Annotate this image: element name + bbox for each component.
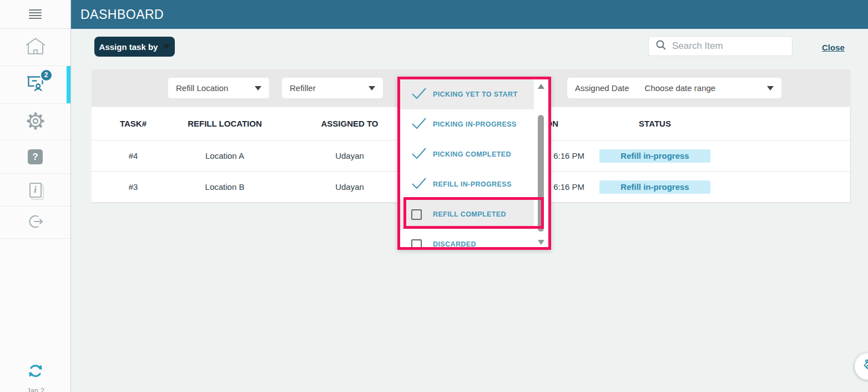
sidebar-item-help[interactable]: ?: [0, 140, 70, 174]
scroll-up-icon[interactable]: [538, 84, 544, 89]
status-option-list: PICKING YET TO START PICKING IN-PROGRESS…: [400, 79, 534, 247]
sidebar-item-settings[interactable]: [0, 104, 70, 140]
info-icon: i: [29, 183, 42, 198]
assigned-date-dropdown[interactable]: Assigned Date Choose date range: [567, 78, 781, 98]
sidebar-item-info[interactable]: i: [0, 174, 70, 207]
sidebar-item-home[interactable]: [0, 29, 70, 66]
refill-location-dropdown[interactable]: Refill Location: [168, 78, 269, 98]
scroll-down-icon[interactable]: [538, 240, 544, 245]
search-icon: [655, 39, 667, 53]
refiller-label: Refiller: [290, 83, 369, 93]
sidebar-item-menu[interactable]: [0, 0, 70, 29]
refill-location-label: Refill Location: [176, 83, 255, 93]
scrollbar-thumb[interactable]: [538, 115, 544, 232]
page-title: DASHBOARD: [80, 7, 164, 22]
status-option-picking-completed[interactable]: PICKING COMPLETED: [400, 139, 534, 169]
checkmark-icon: [411, 177, 427, 192]
checkbox-icon: [411, 239, 422, 248]
task-number-cell: #3: [92, 182, 175, 192]
date-range-placeholder: Choose date range: [645, 83, 751, 93]
refiller-dropdown[interactable]: Refiller: [282, 78, 383, 98]
dashboard-app: 2: [0, 0, 868, 392]
refill-location-cell: Location B: [175, 182, 275, 192]
assigned-date-label: Assigned Date: [575, 83, 629, 93]
sidebar-item-logout[interactable]: [0, 207, 70, 239]
settings-gear-icon: [24, 109, 47, 135]
dropdown-scrollbar[interactable]: [534, 79, 548, 247]
status-option-discarded[interactable]: DISCARDED: [400, 229, 534, 247]
layers-icon: [861, 358, 868, 375]
status-option-picking-yet-to-start[interactable]: PICKING YET TO START: [400, 79, 534, 109]
col-header-status: STATUS: [627, 119, 683, 128]
search-input[interactable]: [672, 41, 795, 52]
active-item-indicator: [67, 66, 70, 103]
assign-task-by-button[interactable]: Assign task by: [94, 37, 175, 57]
checkbox-icon: [411, 209, 422, 220]
sidebar-item-tasks[interactable]: 2: [0, 66, 70, 104]
logout-icon: [26, 212, 46, 234]
checkmark-icon: [411, 87, 427, 102]
close-link[interactable]: Close: [822, 43, 845, 52]
col-header-task: TASK#: [92, 119, 175, 128]
chevron-down-icon: [163, 44, 170, 49]
checkmark-icon: [411, 147, 427, 162]
refill-location-cell: Location A: [175, 151, 275, 160]
refresh-icon: [26, 361, 45, 383]
tasks-icon: [25, 86, 46, 96]
assign-task-by-label: Assign task by: [99, 42, 158, 52]
chevron-down-icon: [369, 86, 375, 91]
status-badge: Refill in-progress: [599, 180, 710, 194]
status-option-refill-completed[interactable]: REFILL COMPLETED: [400, 199, 534, 229]
task-count-badge: 2: [40, 69, 53, 82]
checkmark-icon: [411, 117, 427, 132]
status-option-picking-in-progress[interactable]: PICKING IN-PROGRESS: [400, 109, 534, 139]
sidebar: 2: [0, 0, 71, 392]
help-icon: ?: [28, 149, 43, 164]
chevron-down-icon: [255, 86, 261, 91]
status-option-refill-in-progress[interactable]: REFILL IN-PROGRESS: [400, 169, 534, 199]
sidebar-footer-date: Jan 2: [0, 386, 71, 392]
refresh-button[interactable]: [0, 361, 71, 383]
task-number-cell: #4: [92, 151, 175, 160]
home-icon: [24, 37, 47, 58]
col-header-refill-location: REFILL LOCATION: [175, 119, 275, 128]
status-badge: Refill in-progress: [599, 149, 710, 163]
status-filter-dropdown: PICKING YET TO START PICKING IN-PROGRESS…: [397, 77, 551, 250]
chevron-down-icon: [767, 86, 774, 91]
floating-widget-button[interactable]: [855, 353, 868, 380]
search-box: [648, 36, 793, 56]
menu-icon: [29, 8, 42, 21]
top-bar: DASHBOARD: [71, 0, 868, 29]
